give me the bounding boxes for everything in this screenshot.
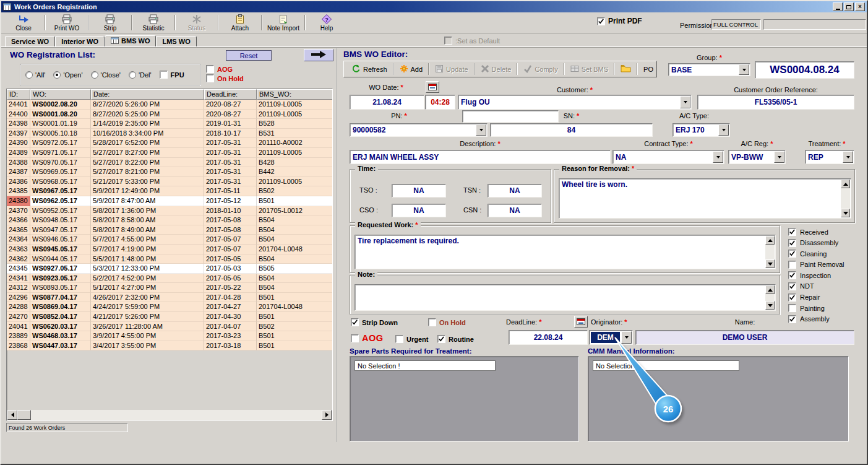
note-import-button[interactable]: Note Import: [264, 13, 303, 32]
table-row[interactable]: 24397WS0005.10.1810/16/2018 3:34:00 PM20…: [7, 129, 332, 139]
csn-field[interactable]: NA: [488, 204, 542, 217]
work-checkbox-cleaning[interactable]: Cleaning: [788, 250, 844, 258]
add-button[interactable]: Add: [396, 63, 427, 76]
table-row[interactable]: 24386WS0968.05.175/21/2017 5:33:00 PM201…: [7, 177, 332, 187]
tab-interior-wo[interactable]: Interior WO: [55, 36, 105, 47]
table-row[interactable]: 24312WS0893.05.175/1/2017 4:27:00 PM2017…: [7, 283, 332, 293]
pn-select[interactable]: 90000582: [350, 123, 488, 137]
reason-textarea[interactable]: Wheel tire is worn.: [559, 178, 851, 219]
close-button[interactable]: Close: [4, 13, 43, 32]
work-checkbox-painting[interactable]: Painting: [788, 304, 844, 312]
table-row[interactable]: 24388WS0970.05.175/27/2017 8:22:00 PM201…: [7, 158, 332, 168]
table-row[interactable]: 24389WS0971.05.175/27/2017 8:27:00 PM201…: [7, 148, 332, 158]
table-row[interactable]: 24370WS0952.05.175/8/2017 1:36:00 PM2018…: [7, 206, 332, 216]
table-row[interactable]: 24363WS0945.05.175/7/2017 4:19:00 PM2017…: [7, 245, 332, 254]
contract-type-select[interactable]: NA: [612, 150, 724, 164]
spare-parts-selection[interactable]: No Selection !: [355, 360, 496, 371]
reset-button[interactable]: Reset: [226, 50, 272, 61]
strip-down-flag[interactable]: Strip Down: [351, 318, 398, 326]
wo-date-field[interactable]: 21.08.24: [350, 95, 424, 110]
filter-radio-del[interactable]: 'Del': [129, 71, 152, 79]
scroll-down-button[interactable]: [841, 209, 850, 217]
wo-date-calendar-button[interactable]: [426, 81, 439, 93]
table-row[interactable]: 23889WS0468.03.173/9/2017 4:55:00 PM2017…: [7, 331, 332, 341]
fpu-filter[interactable]: FPU: [160, 71, 184, 79]
on-hold-filter[interactable]: On Hold: [206, 74, 244, 82]
refresh-button[interactable]: Refresh: [348, 63, 391, 76]
print-pdf-option[interactable]: Print PDF: [597, 17, 642, 25]
urgent-flag[interactable]: Urgent: [395, 335, 428, 343]
work-checkbox-repair[interactable]: Repair: [788, 293, 844, 302]
tso-field[interactable]: NA: [392, 184, 446, 198]
set-as-default-checkbox[interactable]: [444, 37, 452, 45]
work-checkbox-ndt[interactable]: NDT: [788, 282, 844, 290]
chevron-down-icon[interactable]: [680, 96, 690, 108]
table-row[interactable]: 24041WS0620.03.173/26/2017 11:28:00 AM20…: [7, 322, 332, 332]
scroll-down-button[interactable]: [765, 259, 775, 268]
deadline-field[interactable]: 22.08.24: [509, 330, 588, 345]
routine-checkbox[interactable]: [437, 335, 445, 343]
requested-scrollbar[interactable]: [765, 236, 775, 268]
column-header-wo[interactable]: WO:: [30, 89, 91, 100]
scroll-up-button[interactable]: [841, 180, 850, 188]
tab-lms-wo[interactable]: LMS WO: [156, 36, 196, 47]
customer-select[interactable]: Flug OU: [458, 95, 692, 110]
tab-bms-wo[interactable]: BMS WO: [105, 35, 156, 47]
table-row[interactable]: 24401WS0002.08.208/27/2020 5:26:00 PM202…: [7, 100, 332, 110]
wo-time-field[interactable]: 04:28: [425, 95, 455, 110]
ac-type-select[interactable]: ERJ 170: [672, 123, 730, 137]
customer-order-ref-field[interactable]: FL5356/05-1: [697, 95, 854, 110]
table-row[interactable]: 24345WS0927.05.175/3/2017 12:33:00 PM201…: [7, 264, 332, 274]
table-row[interactable]: 24365WS0947.05.175/8/2017 8:49:00 AM2017…: [7, 225, 332, 235]
originator-name-field[interactable]: DEMO USER: [635, 330, 854, 345]
work-checkbox-inspection[interactable]: Inspection: [788, 271, 844, 279]
scroll-left-button[interactable]: [7, 410, 17, 420]
help-button[interactable]: ?Help: [307, 13, 346, 32]
work-checkbox-disassembly[interactable]: Disassembly: [788, 239, 844, 247]
chevron-down-icon[interactable]: [739, 64, 749, 75]
horizontal-scrollbar[interactable]: [7, 410, 332, 420]
table-row[interactable]: 23868WS0447.03.173/4/2017 3:55:00 PM2017…: [7, 341, 332, 351]
table-row[interactable]: 24400WS0001.08.208/27/2020 5:25:00 PM202…: [7, 110, 332, 120]
table-row[interactable]: 24380WS0962.05.175/9/2017 8:47:00 AM2017…: [7, 196, 332, 206]
chevron-down-icon[interactable]: [843, 151, 853, 163]
tab-service-wo[interactable]: Service WO: [5, 36, 55, 47]
table-row[interactable]: 24390WS0972.05.175/28/2017 6:52:00 PM201…: [7, 138, 332, 148]
urgent-checkbox[interactable]: [395, 335, 403, 343]
tsn-field[interactable]: NA: [488, 184, 542, 198]
column-header-date[interactable]: Date:: [91, 89, 204, 100]
print-wo-button[interactable]: Print WO: [47, 13, 87, 32]
sn-field[interactable]: 84: [490, 123, 653, 137]
on-hold-filter-checkbox[interactable]: [206, 74, 214, 82]
chevron-down-icon[interactable]: [718, 124, 729, 136]
close-window-button[interactable]: ×: [855, 2, 865, 11]
chevron-down-icon[interactable]: [713, 151, 723, 163]
strip-down-checkbox[interactable]: [351, 318, 359, 326]
folder-icon-button[interactable]: [617, 63, 635, 75]
on-hold-flag[interactable]: On Hold: [428, 318, 466, 326]
column-header-bms-wo[interactable]: BMS_WO:: [257, 89, 332, 100]
attach-button[interactable]: Attach: [220, 13, 260, 32]
filter-radio-all[interactable]: 'All': [25, 71, 45, 79]
table-row[interactable]: 24362WS0944.05.175/5/2017 1:48:00 PM2017…: [7, 254, 332, 264]
table-row[interactable]: 24296WS0877.04.174/26/2017 2:32:00 PM201…: [7, 293, 332, 303]
table-row[interactable]: 24385WS0967.05.175/9/2017 12:49:00 PM201…: [7, 186, 332, 196]
minimize-button[interactable]: [833, 2, 843, 11]
work-checkbox-received[interactable]: Received: [788, 228, 844, 236]
wo-number-field[interactable]: WS0004.08.24: [755, 61, 854, 79]
set-as-default-option[interactable]: :Set as Default: [444, 37, 500, 45]
aog-filter[interactable]: AOG: [206, 65, 233, 73]
scroll-up-button[interactable]: [765, 236, 775, 245]
table-row[interactable]: 24270WS0852.04.174/21/2017 5:26:00 PM201…: [7, 312, 332, 322]
aog-flag[interactable]: AOG: [351, 333, 384, 343]
treatment-select[interactable]: REP: [805, 150, 854, 164]
group-select[interactable]: BASE: [668, 63, 750, 76]
aog-checkbox[interactable]: [351, 334, 359, 342]
description-field[interactable]: ERJ MAIN WHEEL ASSY: [350, 150, 611, 164]
routine-flag[interactable]: Routine: [437, 335, 474, 343]
column-header-deadline[interactable]: DeadLine:: [204, 89, 257, 100]
print-pdf-checkbox[interactable]: [597, 17, 605, 25]
column-header-id[interactable]: ID:: [7, 89, 30, 100]
strip-button[interactable]: Strip: [90, 13, 130, 32]
ac-reg-select[interactable]: VP-BWW: [728, 150, 786, 164]
